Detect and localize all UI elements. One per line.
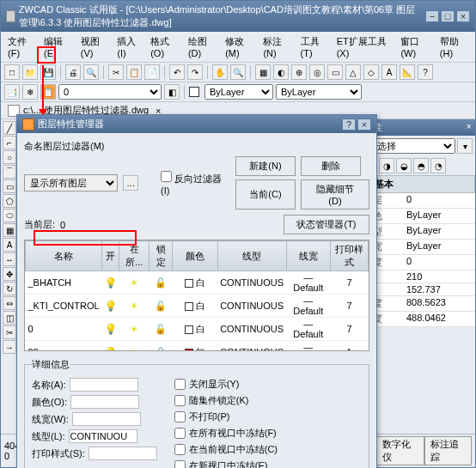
prop-btn2[interactable]: ◑: [379, 158, 394, 173]
layer-props-icon[interactable]: 📑: [4, 84, 20, 100]
menu-item[interactable]: 标注(N): [259, 33, 295, 60]
prop-row[interactable]: 颜色ByLayer: [360, 209, 475, 224]
prop-btn5[interactable]: ◔: [430, 158, 446, 173]
tool7-icon[interactable]: ◇: [363, 64, 379, 80]
hide-detail-button[interactable]: 隐藏细节(D): [301, 179, 369, 210]
text-icon[interactable]: A: [3, 238, 16, 252]
paste-icon[interactable]: 📄: [144, 64, 160, 80]
tool6-icon[interactable]: △: [345, 64, 361, 80]
col-header[interactable]: 颜色: [173, 241, 218, 271]
menu-item[interactable]: 格式(O): [147, 33, 183, 60]
filter-edit-icon[interactable]: …: [123, 175, 138, 191]
rotate-icon[interactable]: ↻: [3, 282, 16, 295]
col-header[interactable]: 线型: [217, 241, 286, 271]
minimize-button[interactable]: −: [425, 10, 439, 22]
layer-freeze-icon[interactable]: ❄: [22, 84, 38, 100]
cb-noplot[interactable]: 不打印(P): [174, 410, 278, 423]
copy-icon[interactable]: 📋: [126, 64, 142, 80]
cb-freeze-new[interactable]: 在新视口中冻结(E): [174, 459, 278, 468]
line-icon[interactable]: ╱: [3, 121, 16, 135]
hatch-icon[interactable]: ▦: [3, 223, 16, 237]
mirror-icon[interactable]: ⇔: [3, 296, 16, 310]
move-icon[interactable]: ✥: [3, 267, 16, 281]
tool8-icon[interactable]: A: [381, 64, 397, 80]
dialog-close-icon[interactable]: ×: [357, 119, 371, 131]
layer-tool-icon[interactable]: ◧: [164, 84, 180, 100]
state-mgr-button[interactable]: 状态管理器(T): [284, 215, 369, 234]
delete-button[interactable]: 删除: [301, 156, 361, 176]
zoom-icon[interactable]: 🔍: [230, 64, 246, 80]
arc-icon[interactable]: ⌒: [3, 165, 16, 179]
status-tab[interactable]: 标注追踪: [424, 436, 472, 465]
tool2-icon[interactable]: ◐: [273, 64, 289, 80]
dialog-help-icon[interactable]: ?: [342, 119, 356, 131]
poly-icon[interactable]: ⬠: [3, 194, 16, 208]
new-button[interactable]: 新建(N): [235, 156, 296, 176]
cb-freeze-cur[interactable]: 在当前视口中冻结(C): [174, 443, 278, 456]
detail-color-input[interactable]: [70, 395, 139, 409]
menu-item[interactable]: 视图(V): [77, 33, 113, 60]
dim-icon[interactable]: ↔: [3, 252, 16, 266]
tool5-icon[interactable]: ▭: [327, 64, 343, 80]
col-header[interactable]: 锁定: [150, 241, 173, 271]
prop-row[interactable]: x210: [360, 270, 475, 283]
menu-item[interactable]: ET扩展工具(X): [333, 33, 396, 60]
new-icon[interactable]: □: [4, 64, 20, 80]
detail-ps-input[interactable]: [88, 447, 157, 460]
table-row[interactable]: _KTI_CONTROL💡☀🔓 白CONTINUOUS— Default7: [26, 295, 369, 318]
redo-icon[interactable]: ↷: [187, 64, 203, 80]
close-button[interactable]: ×: [456, 10, 470, 22]
layer-select[interactable]: 0: [58, 84, 162, 100]
undo-icon[interactable]: ↶: [169, 64, 185, 80]
tool-icon[interactable]: ▦: [255, 64, 271, 80]
prop-row[interactable]: 图层0: [360, 193, 475, 209]
prop-row[interactable]: 厚度0: [360, 255, 475, 270]
menu-item[interactable]: 绘图(D): [185, 33, 220, 60]
detail-lw-input[interactable]: [72, 412, 141, 426]
tool9-icon[interactable]: 📐: [400, 64, 415, 80]
circle-icon[interactable]: ○: [3, 150, 16, 164]
menu-item[interactable]: 修改(M): [222, 33, 258, 60]
trim-icon[interactable]: ✂: [3, 325, 16, 339]
tool3-icon[interactable]: ⊕: [291, 64, 307, 80]
prop-pick-icon[interactable]: ▾: [457, 138, 473, 154]
prop-row[interactable]: 线型ByLayer: [360, 224, 475, 240]
prop-btn4[interactable]: ◓: [413, 158, 429, 173]
menu-item[interactable]: 帮助(H): [436, 33, 472, 60]
open-icon[interactable]: 📁: [22, 64, 38, 80]
detail-name-input[interactable]: [70, 378, 138, 392]
prop-row[interactable]: y152.737: [360, 283, 475, 296]
layer-table[interactable]: 名称开在所...锁定颜色线型线宽打印样式 _BHATCH💡☀🔓 白CONTINU…: [25, 240, 369, 351]
table-row[interactable]: 00💡☀🔓 红CONTINUOUS— Default1: [26, 341, 369, 352]
prop-close-icon[interactable]: ×: [467, 121, 472, 134]
current-button[interactable]: 当前(C): [235, 179, 296, 210]
print-icon[interactable]: 🖨: [65, 64, 81, 80]
prop-group-basic[interactable]: ⊟ 基本: [360, 175, 475, 193]
status-tab[interactable]: 数字化仪: [376, 436, 424, 465]
rect-icon[interactable]: ▭: [3, 179, 16, 193]
preview-icon[interactable]: 🔍: [83, 64, 99, 80]
cb-lock[interactable]: 随集件锁定(K): [174, 394, 278, 407]
pline-icon[interactable]: ⌐: [3, 136, 16, 149]
linetype-select[interactable]: ByLayer: [276, 84, 362, 100]
filter-select[interactable]: 显示所有图层: [24, 174, 118, 191]
tool4-icon[interactable]: ◎: [309, 64, 325, 80]
pan-icon[interactable]: ✋: [212, 64, 228, 80]
help-icon[interactable]: ?: [418, 64, 433, 80]
cb-freeze-all[interactable]: 在所有视口中冻结(F): [174, 427, 278, 440]
ellipse-icon[interactable]: ⬭: [3, 209, 16, 222]
menu-item[interactable]: 窗口(W): [397, 33, 434, 60]
invert-checkbox[interactable]: 反向过滤器(I): [161, 171, 230, 196]
cut-icon[interactable]: ✂: [108, 64, 124, 80]
prop-btn3[interactable]: ◒: [396, 158, 412, 173]
offset-icon[interactable]: ◫: [3, 311, 16, 325]
menu-item[interactable]: 文件(F): [4, 33, 39, 60]
maximize-button[interactable]: □: [441, 10, 455, 22]
table-row[interactable]: 0💡☀🔓 白CONTINUOUS— Default7: [26, 318, 369, 341]
prop-row[interactable]: 宽度808.5623: [360, 296, 475, 312]
col-header[interactable]: 打印样式: [330, 241, 368, 271]
menu-item[interactable]: 插入(I): [113, 33, 145, 60]
menu-item[interactable]: 工具(T): [297, 33, 332, 60]
prop-row[interactable]: 高度488.0462: [360, 312, 475, 327]
cb-off[interactable]: 关闭显示(Y): [174, 378, 278, 391]
